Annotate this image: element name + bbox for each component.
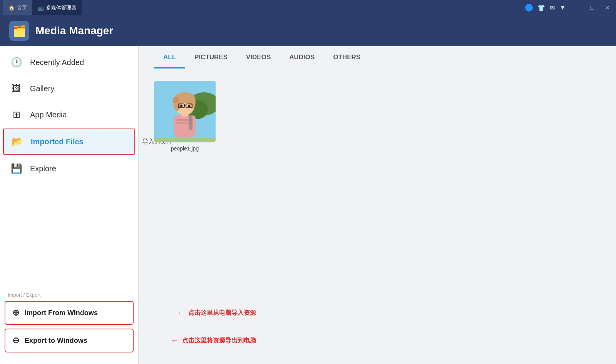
sidebar-label-recently-added: Recently Added [30, 58, 84, 67]
thumbnail-image [154, 81, 216, 142]
sidebar-nav: 🕐 Recently Added 🖼 Gallery ⊞ App Media 📂… [0, 46, 138, 287]
person-svg [154, 81, 216, 142]
sidebar-item-app-media[interactable]: ⊞ App Media [0, 102, 138, 128]
tab-others[interactable]: OTHERS [324, 47, 370, 68]
sd-card-icon: 💾 [11, 163, 22, 174]
app-title: Media Manager [35, 25, 113, 37]
sidebar-label-imported-files: Imported Files [31, 137, 84, 146]
folder-icon: 📂 [12, 136, 23, 147]
import-annotation-group: ← 点击这里从电脑导入资源 [177, 308, 256, 318]
sidebar-label-app-media: App Media [30, 110, 67, 119]
export-annotation-text: 点击这里将资源导出到电脑 [182, 337, 256, 345]
mail-icon: ✉ [550, 4, 555, 12]
sidebar-item-recently-added[interactable]: 🕐 Recently Added [0, 49, 138, 75]
tab-media-manager[interactable]: 📺 多媒体管理器 [32, 0, 82, 15]
import-btn-label: Import From Windows [25, 309, 98, 317]
svg-point-16 [180, 105, 182, 107]
tab-audios[interactable]: AUDIOS [280, 47, 324, 68]
sidebar-item-gallery[interactable]: 🖼 Gallery [0, 75, 138, 102]
minimize-button[interactable]: — [570, 3, 583, 13]
export-to-windows-button[interactable]: ⊖ Export to Windows ← 点击这里将资源导出到电脑 [5, 329, 134, 352]
sidebar-item-explore[interactable]: 💾 Explore [0, 155, 138, 182]
export-btn-label: Export to Windows [25, 337, 87, 345]
file-item[interactable]: people1.jpg [154, 81, 216, 152]
home-tab-label: 首页 [17, 4, 27, 11]
import-annotation-text: 点击这里从电脑导入资源 [188, 309, 256, 317]
import-arrow-icon: ← [177, 308, 185, 318]
logo-emoji: 🗂️ [13, 25, 26, 37]
tab-pictures[interactable]: PICTURES [185, 47, 237, 68]
file-thumbnail [154, 81, 216, 142]
sidebar-label-gallery: Gallery [30, 84, 54, 93]
export-annotation-group: ← 点击这里将资源导出到电脑 [171, 336, 256, 346]
file-grid: people1.jpg [139, 69, 616, 364]
media-tab-label: 多媒体管理器 [46, 4, 76, 11]
content-tabs: ALL PICTURES VIDEOS AUDIOS OTHERS [139, 46, 616, 69]
tab-videos[interactable]: VIDEOS [237, 47, 280, 68]
sidebar-item-imported-files[interactable]: 📂 Imported Files 导入的文件 [3, 129, 135, 155]
tab-home[interactable]: 🏠 首页 [3, 0, 32, 15]
wifi-icon: ▼ [559, 4, 566, 11]
clock-icon: 🕐 [11, 57, 22, 68]
app-header: 🗂️ Media Manager [0, 15, 616, 46]
tab-all[interactable]: ALL [154, 47, 185, 68]
media-tab-icon: 📺 [38, 5, 44, 11]
title-bar: 🏠 首页 📺 多媒体管理器 👕 ✉ ▼ — □ ✕ [0, 0, 616, 15]
import-from-windows-button[interactable]: ⊕ Import From Windows ← 点击这里从电脑导入资源 [5, 301, 134, 325]
status-dot [525, 4, 533, 12]
shirt-icon: 👕 [537, 4, 545, 12]
close-button[interactable]: ✕ [602, 3, 613, 13]
file-name: people1.jpg [171, 145, 199, 152]
export-arrow-icon: ← [171, 336, 179, 346]
gallery-icon: 🖼 [11, 83, 22, 94]
svg-rect-18 [154, 138, 216, 142]
apps-icon: ⊞ [11, 109, 22, 120]
main-layout: 🕐 Recently Added 🖼 Gallery ⊞ App Media 📂… [0, 46, 616, 364]
import-export-label: Import / Export [5, 292, 134, 301]
sidebar: 🕐 Recently Added 🖼 Gallery ⊞ App Media 📂… [0, 46, 139, 364]
window-controls: 👕 ✉ ▼ — □ ✕ [525, 3, 613, 13]
svg-point-12 [173, 97, 179, 103]
import-export-section: Import / Export ⊕ Import From Windows ← … [0, 287, 138, 364]
sidebar-label-explore: Explore [30, 164, 56, 173]
svg-point-17 [188, 105, 190, 107]
app-logo: 🗂️ [9, 21, 29, 41]
home-tab-icon: 🏠 [8, 5, 15, 11]
svg-rect-6 [189, 115, 192, 130]
restore-button[interactable]: □ [587, 3, 597, 13]
svg-point-11 [189, 95, 196, 109]
import-icon: ⊕ [12, 308, 19, 318]
export-icon: ⊖ [12, 336, 19, 346]
